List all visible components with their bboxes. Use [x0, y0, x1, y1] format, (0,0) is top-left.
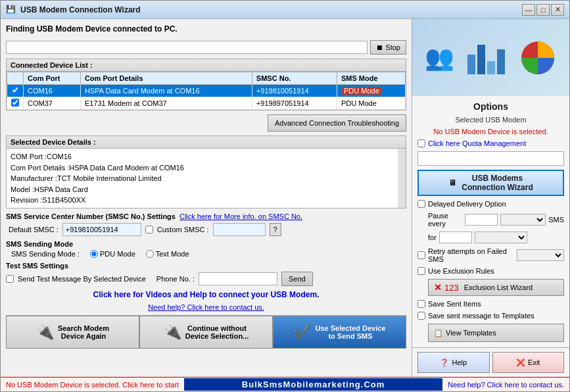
pause-label: Pause every [428, 212, 462, 228]
advanced-troubleshooting-button[interactable]: Advanced Connection Troubleshooting [268, 114, 406, 132]
bottom-buttons: 🔌 Search ModemDevice Again 🔌 Continue wi… [6, 315, 406, 349]
help-contact-link[interactable]: Need help? Click here to contact us. [148, 303, 264, 311]
retry-checkbox[interactable] [417, 251, 425, 259]
save-templates-row: Save sent message to Templates [417, 312, 564, 320]
row-checkbox[interactable] [7, 97, 24, 110]
right-body: Options Selected USB Modem No USB Modem … [412, 96, 569, 347]
text-mode-option[interactable]: Text Mode [146, 250, 189, 258]
text-radio[interactable] [146, 250, 154, 258]
com-port-details-cell: E1731 Modem at COM37 [80, 97, 252, 110]
custom-smsc-input[interactable] [213, 223, 266, 236]
window-controls: — □ ✕ [522, 4, 564, 16]
help-video-link[interactable]: Click here for Videos and Help to connec… [6, 290, 406, 299]
pause-row: Pause every SMS [417, 212, 564, 228]
delayed-delivery-label: Delayed Delivery Option [428, 200, 506, 208]
send-test-button[interactable]: Send [281, 272, 313, 286]
default-smsc-label: Default SMSC : [9, 226, 59, 233]
pdu-label: PDU Mode [100, 250, 135, 258]
maximize-button[interactable]: □ [536, 4, 550, 16]
pdu-radio[interactable] [90, 250, 98, 258]
continue-without-button[interactable]: 🔌 Continue withoutDevice Selection... [139, 316, 273, 349]
retry-dropdown[interactable] [517, 249, 564, 261]
left-panel: Finding USB Modem Device connected to PC… [1, 19, 412, 377]
options-title: Options [417, 101, 564, 112]
exit-button[interactable]: ❌ Exit [492, 352, 565, 373]
quota-row: Click here Quota Management [417, 139, 564, 147]
sms-mode-label: SMS Sending Mode [6, 240, 406, 248]
view-templates-label: View Templates [446, 329, 496, 337]
sms-mode-section: SMS Sending Mode SMS Sending Mode : PDU … [6, 240, 406, 258]
selected-device-content: COM Port :COM16 Com Port Details :HSPA D… [7, 149, 406, 208]
status-left[interactable]: No USB Modem Device is selected. Click h… [6, 381, 179, 389]
smsc-label-row: SMS Service Center Number (SMSC No.) Set… [6, 212, 406, 220]
detail-line: Revision :S11B4500XX [11, 195, 394, 206]
selected-device-box: Selected Device Details : COM Port :COM1… [6, 135, 406, 208]
exclusion-checkbox[interactable] [417, 267, 425, 275]
finding-label: Finding USB Modem Device connected to PC… [6, 24, 406, 34]
test-sms-checkbox[interactable] [6, 275, 14, 283]
custom-smsc-checkbox[interactable] [145, 226, 153, 233]
smsc-info-link[interactable]: Click here for More info. on SMSC No. [179, 212, 302, 220]
quota-dropdown[interactable] [417, 151, 564, 166]
smsc-section: SMS Service Center Number (SMSC No.) Set… [6, 212, 406, 236]
phone-label: Phone No. : [156, 275, 195, 283]
smsc-cell: +919810051914 [252, 85, 337, 97]
view-templates-button[interactable]: 📋 View Templates [428, 324, 564, 342]
minimize-button[interactable]: — [522, 4, 535, 16]
people-icon: 👥 [425, 44, 454, 72]
no-device-label: No USB Modem Device is selected. [417, 128, 564, 135]
row-checkbox[interactable] [7, 85, 24, 97]
search-modem-button[interactable]: 🔌 Search ModemDevice Again [6, 316, 139, 349]
pause-input[interactable] [465, 214, 498, 226]
templates-icon: 📋 [434, 329, 443, 337]
stop-button[interactable]: ⏹ Stop [370, 40, 406, 55]
device-table: Com Port Com Port Details SMSC No. SMS M… [7, 72, 406, 110]
exclusion-wizard-label: Exclusion List Wizard [464, 283, 533, 291]
progress-bar [6, 41, 368, 54]
delayed-delivery-checkbox[interactable] [417, 200, 425, 208]
brand-bar: BulkSmsMobilemarketing.Com [184, 378, 442, 391]
exclusion-row: Use Exclusion Rules [417, 267, 564, 275]
smsc-input[interactable] [62, 223, 141, 236]
table-row[interactable]: COM16 HSPA Data Card Modem at COM16 +919… [7, 85, 406, 97]
table-row[interactable]: COM37 E1731 Modem at COM37 +919897051914… [7, 97, 406, 110]
save-sent-checkbox[interactable] [417, 300, 425, 308]
col-smsc: SMSC No. [252, 72, 337, 85]
quota-checkbox[interactable] [417, 139, 425, 147]
window-icon: 💾 [6, 5, 16, 15]
retry-row: Retry attempts on Failed SMS [417, 247, 564, 263]
test-sms-section: Test SMS Settings Send Test Message By S… [6, 262, 406, 286]
help-contact-row: Need help? Click here to contact us. [6, 303, 406, 311]
bar-2 [477, 45, 485, 74]
for-label: for [428, 233, 437, 241]
connected-device-header: Connected Device List : [7, 59, 406, 72]
phone-input[interactable] [199, 272, 277, 285]
for-dropdown[interactable] [475, 232, 527, 243]
save-sent-label: Save Sent Items [428, 300, 481, 308]
col-checkbox [7, 72, 24, 85]
status-right-link[interactable]: Need help? Click here to contact us. [448, 381, 564, 389]
usb-wizard-button[interactable]: 🖥 USB ModemsConnection Wizard [417, 170, 564, 196]
smsc-help-button[interactable]: ? [270, 223, 281, 236]
delayed-delivery-row: Delayed Delivery Option [417, 200, 564, 208]
status-bar: No USB Modem Device is selected. Click h… [1, 377, 569, 391]
search-modem-icon: 🔌 [36, 324, 54, 341]
detail-line: Model :HSPA Data Card [11, 184, 394, 195]
bar-1 [467, 55, 475, 74]
pie-chart [518, 38, 558, 78]
help-button[interactable]: ❓ Help [417, 352, 490, 373]
save-templates-checkbox[interactable] [417, 312, 425, 320]
bar-3 [487, 61, 495, 74]
exclusion-wizard-button[interactable]: ✕ 123 Exclusion List Wizard [428, 279, 564, 296]
close-button[interactable]: ✕ [551, 4, 564, 16]
use-selected-button[interactable]: ✔️ Use Selected Deviceto Send SMS [273, 316, 406, 349]
save-templates-label: Save sent message to Templates [428, 312, 534, 320]
quota-link[interactable]: Click here Quota Management [428, 139, 526, 147]
chart-area: 👥 [425, 35, 558, 81]
pdu-mode-option[interactable]: PDU Mode [90, 250, 135, 258]
pause-dropdown[interactable] [500, 214, 546, 226]
detail-line: Supported SMS Mode :PDU Mode & Text Mode [11, 206, 394, 208]
col-sms-mode: SMS Mode [337, 72, 405, 85]
exclusion-icon: ✕ [434, 282, 442, 293]
for-input[interactable] [439, 232, 472, 243]
